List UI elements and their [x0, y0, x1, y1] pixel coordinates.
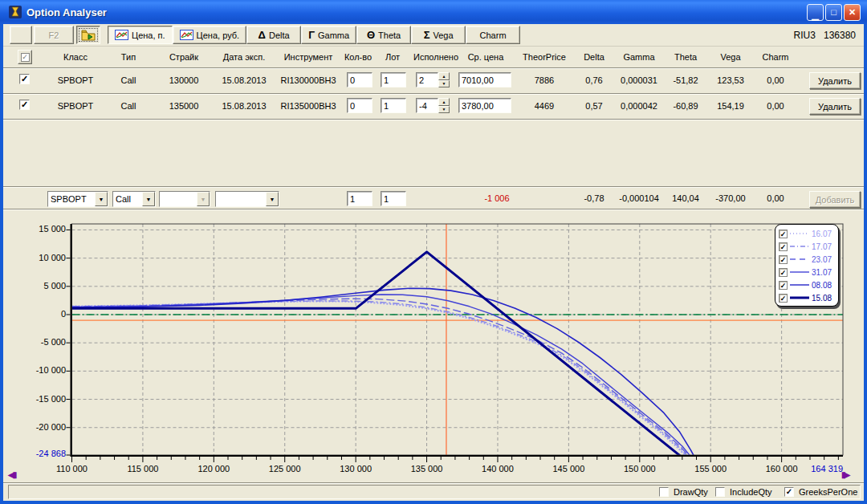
legend-row: ✓23.07 — [779, 253, 835, 266]
combo-arrow-icon[interactable]: ▼ — [95, 192, 108, 206]
cell-instrument: RI135000BH3 — [273, 101, 344, 111]
drawqty-label[interactable]: DrawQty — [674, 487, 708, 497]
position-checkbox[interactable]: ✓ — [19, 74, 30, 84]
title-bar[interactable]: Option Analyser ▁ □ ✕ — [0, 0, 867, 24]
x-tick-label: 115 000 — [111, 464, 175, 474]
legend-label: 15.08 — [812, 294, 832, 303]
toolbar-blank-button[interactable] — [10, 26, 32, 44]
sigma-icon: Σ — [424, 29, 430, 41]
legend-row: ✓16.07 — [779, 227, 835, 240]
avg-price-input[interactable] — [458, 98, 511, 113]
tab-theta[interactable]: Θ Theta — [356, 26, 411, 44]
legend-checkbox[interactable]: ✓ — [779, 294, 788, 303]
class-combo-value[interactable] — [48, 192, 95, 206]
drawqty-checkbox[interactable] — [659, 487, 669, 497]
header-exp-date: Дата эксп. — [215, 52, 273, 62]
combo-arrow-icon[interactable]: ▼ — [197, 192, 210, 206]
payoff-chart[interactable]: 110 000115 000120 000125 000130 000135 0… — [3, 210, 864, 482]
f2-button[interactable]: F2 — [34, 26, 74, 44]
spin-up-button[interactable]: ▲ — [438, 72, 450, 80]
lot-input[interactable] — [381, 72, 406, 87]
greeksperone-checkbox[interactable]: ✓ — [784, 487, 794, 497]
legend-label: 08.08 — [812, 281, 832, 290]
executed-input[interactable] — [416, 72, 438, 87]
qty-input[interactable] — [347, 98, 372, 113]
maximize-button[interactable]: □ — [825, 4, 842, 21]
close-button[interactable]: ✕ — [844, 4, 861, 21]
tab-gamma[interactable]: Γ Gamma — [301, 26, 356, 44]
strike-combobox[interactable]: ▼ — [159, 191, 210, 207]
legend-checkbox[interactable]: ✓ — [779, 268, 788, 277]
chart-canvas[interactable] — [3, 210, 864, 464]
legend-checkbox[interactable]: ✓ — [779, 255, 788, 264]
total-vega: -370,00 — [708, 193, 753, 203]
legend-line-sample — [790, 230, 809, 238]
legend-line-sample — [790, 268, 809, 276]
includeqty-checkbox[interactable] — [715, 487, 725, 497]
open-portfolio-button[interactable] — [76, 26, 100, 44]
qty-input[interactable] — [347, 72, 372, 87]
tab-vega[interactable]: Σ Vega — [411, 26, 466, 44]
avg-price-input[interactable] — [458, 72, 511, 87]
legend-row: ✓31.07 — [779, 266, 835, 278]
y-tick-label: -10 000 — [8, 365, 66, 375]
strike-combo-value[interactable] — [160, 192, 197, 206]
add-position-button[interactable]: Добавить — [809, 191, 861, 208]
tab-label: Delta — [269, 30, 290, 40]
tab-delta[interactable]: Δ Delta — [246, 26, 301, 44]
delete-position-button[interactable]: Удалить — [809, 98, 861, 115]
legend-label: 31.07 — [812, 268, 832, 277]
total-gamma: -0,000104 — [615, 193, 663, 203]
legend-line-sample — [790, 294, 809, 302]
cell-theta: -60,89 — [665, 101, 706, 111]
cell-vega: 123,53 — [708, 75, 753, 85]
instrument-price: 136380 — [824, 30, 856, 41]
minimize-button[interactable]: ▁ — [807, 4, 824, 21]
delete-position-button[interactable]: Удалить — [809, 72, 861, 89]
spin-up-button[interactable]: ▲ — [438, 98, 450, 106]
spin-down-button[interactable]: ▼ — [438, 106, 450, 114]
x-tick-label: 135 000 — [395, 464, 459, 474]
expiry-combobox[interactable]: ▼ — [215, 191, 279, 207]
combo-arrow-icon[interactable]: ▼ — [142, 192, 155, 206]
includeqty-label[interactable]: IncludeQty — [730, 487, 772, 497]
add-qty-input[interactable] — [347, 191, 372, 206]
cell-delta: 0,57 — [573, 101, 615, 111]
expiry-combo-value[interactable] — [216, 192, 266, 206]
series-08.08 — [72, 288, 695, 457]
total-theta: 140,04 — [665, 193, 706, 203]
tab-label: Theta — [378, 30, 401, 40]
executed-input[interactable] — [416, 98, 438, 113]
x-tick-label: 145 000 — [536, 464, 600, 474]
scroll-right-icon[interactable]: ▮▶ — [841, 470, 849, 479]
scroll-left-icon[interactable]: ◀▮ — [8, 470, 15, 479]
position-checkbox[interactable]: ✓ — [19, 100, 30, 110]
chart-legend: ✓16.07✓17.07✓23.07✓31.07✓08.08✓15.08 — [775, 224, 839, 307]
tab-price-points[interactable]: Цена, п. — [108, 26, 173, 44]
tab-label: Цена, руб. — [197, 30, 240, 40]
x-max-label: 164 319 — [792, 464, 843, 474]
select-all-checkbox-button[interactable]: ✓ — [18, 50, 32, 64]
add-lot-input[interactable] — [381, 191, 406, 206]
header-type: Тип — [108, 52, 149, 62]
greeksperone-label[interactable]: GreeksPerOne — [799, 487, 857, 497]
tab-charm[interactable]: Charm — [466, 26, 520, 44]
type-combobox[interactable]: ▼ — [112, 191, 156, 207]
type-combo-value[interactable] — [113, 192, 142, 206]
cell-exp-date: 15.08.2013 — [215, 101, 273, 111]
gamma-icon: Γ — [308, 29, 315, 41]
class-combobox[interactable]: ▼ — [47, 191, 108, 207]
combo-arrow-icon[interactable]: ▼ — [266, 192, 279, 206]
y-tick-label: -5 000 — [8, 337, 66, 347]
tab-price-rub[interactable]: Цена, руб. — [173, 26, 247, 44]
y-tick-label: 15 000 — [8, 224, 66, 234]
legend-line-sample — [790, 281, 809, 289]
header-gamma: Gamma — [615, 52, 663, 62]
spin-down-button[interactable]: ▼ — [438, 80, 450, 88]
lot-input[interactable] — [381, 98, 406, 113]
legend-checkbox[interactable]: ✓ — [779, 281, 788, 290]
legend-checkbox[interactable]: ✓ — [779, 230, 788, 238]
y-tick-label: -15 000 — [8, 394, 66, 404]
portfolio-pnl-value: -1 006 — [461, 193, 533, 203]
legend-checkbox[interactable]: ✓ — [779, 242, 788, 251]
